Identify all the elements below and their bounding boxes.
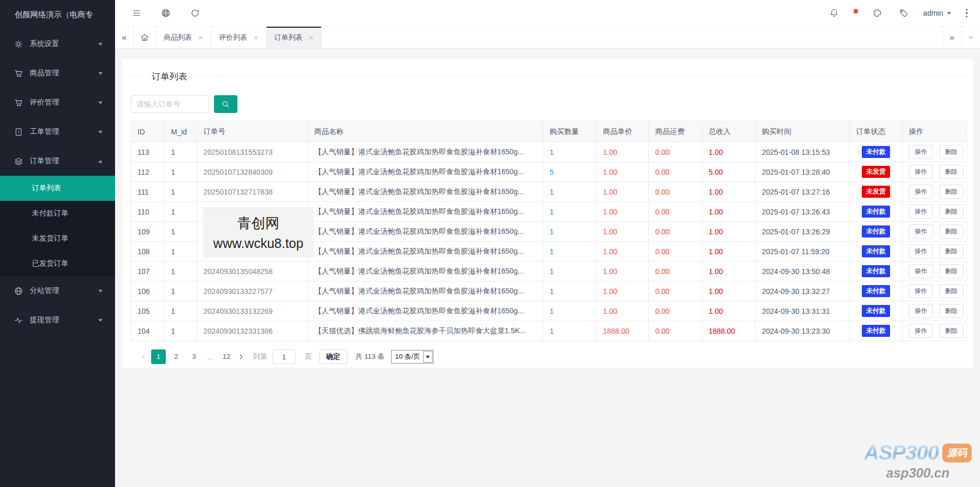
row-delete-button[interactable]: 删除 [939,165,963,179]
page-number-button[interactable]: 3 [187,349,201,364]
row-action-button[interactable]: 操作 [909,145,933,159]
user-menu[interactable]: admin [923,9,951,17]
sidebar-item-workorder-management[interactable]: ? 工单管理 [0,117,115,146]
row-action-button[interactable]: 操作 [909,324,933,338]
row-delete-button[interactable]: 删除 [939,324,963,338]
cell-unit-price: 1.00 [597,202,649,222]
prev-page-button[interactable] [138,349,150,364]
globe-icon [14,287,23,296]
scroll-tabs-right-button[interactable]: » [942,27,961,48]
cell-m-id: 1 [165,321,197,341]
sidebar-subitem-unshipped-orders[interactable]: 未发货订单 [0,226,115,251]
cell-total-income: 1.00 [702,182,756,202]
sidebar-item-review-management[interactable]: 评价管理 [0,88,115,117]
cell-product-name: 【人气销量】港式金汤鲍鱼花胶鸡加热即食鱼胶滋补食材1650g... [308,262,543,281]
scroll-tabs-left-button[interactable]: « [115,27,134,48]
cell-quantity: 1 [543,142,597,162]
close-icon[interactable]: × [254,33,258,41]
chevron-down-icon [98,72,102,75]
row-delete-button[interactable]: 删除 [939,145,963,159]
sidebar-item-order-management[interactable]: 订单管理 [0,146,115,176]
column-header: 总收入 [702,121,756,142]
row-delete-button[interactable]: 删除 [939,224,963,239]
sidebar-subitem-shipped-orders[interactable]: 已发货订单 [0,251,115,276]
cell-order-status: 未付款 [850,222,903,242]
row-action-button[interactable]: 操作 [909,244,933,258]
row-delete-button[interactable]: 删除 [939,304,963,318]
cell-id: 104 [131,321,165,341]
collapse-menu-button[interactable] [130,6,143,20]
confirm-jump-button[interactable]: 确定 [320,349,347,364]
tab-product-list[interactable]: 商品列表 × [156,27,211,48]
cell-order-status: 未付款 [850,242,903,262]
sidebar-item-product-management[interactable]: 商品管理 [0,59,115,88]
next-page-button[interactable] [235,349,247,364]
sidebar: 创颜网络演示（电商专 系统设置 商品管理 评价管理 ? 工单管理 订单管理 订单… [0,0,115,487]
cell-order-no: 20250107132840309 [197,162,308,182]
tab-order-list[interactable]: 订单列表 × [267,27,322,48]
close-icon[interactable]: × [198,33,203,41]
cell-total-income: 5.00 [702,162,756,182]
row-action-button[interactable]: 操作 [909,224,933,239]
cell-purchase-time: 2024-09-30 13:23:30 [756,321,850,341]
order-status-badge: 未付款 [862,245,890,257]
column-header: M_id [165,121,197,142]
page-number-button[interactable]: 2 [169,349,184,364]
sidebar-subitem-order-list[interactable]: 订单列表 [0,176,115,201]
table-row: 106 1 20240930133227577 【人气销量】港式金汤鲍鱼花胶鸡加… [131,281,967,301]
cell-unit-price: 1.00 [597,182,649,202]
watermark-site-name: 青创网 [237,214,280,233]
cell-actions: 操作 删除 [903,202,967,222]
cell-id: 106 [131,281,165,301]
cell-shipping-fee: 0.00 [649,222,702,242]
row-delete-button[interactable]: 删除 [939,284,963,298]
jump-page-input[interactable] [272,349,295,364]
page-number-button[interactable]: 1 [151,349,166,364]
tabs-menu-button[interactable] [961,27,980,48]
order-search-input[interactable] [131,95,209,113]
row-action-button[interactable]: 操作 [909,264,933,278]
cell-actions: 操作 删除 [903,222,967,242]
theme-button[interactable] [871,6,884,20]
more-menu-button[interactable] [964,7,970,20]
cell-order-status: 未付款 [850,281,903,301]
cell-order-no: 20240930133132269 [197,301,308,321]
page-number-button[interactable]: 12 [219,349,234,364]
row-action-button[interactable]: 操作 [909,284,933,298]
column-header: 购买数量 [543,121,597,142]
page-size-select[interactable]: 10 条/页 [391,350,434,364]
cell-total-income: 1.00 [702,301,756,321]
home-tab-button[interactable] [134,27,156,48]
sidebar-item-system-settings[interactable]: 系统设置 [0,29,115,59]
cell-order-status: 未发货 [850,162,903,182]
chevron-down-icon [98,319,102,322]
tag-button[interactable] [897,6,910,20]
tab-review-list[interactable]: 评价列表 × [211,27,267,48]
page-size-value: 10 条/页 [395,352,420,361]
notification-button[interactable] [827,6,841,20]
row-action-button[interactable]: 操作 [909,185,933,199]
gear-icon [14,40,23,49]
row-delete-button[interactable]: 删除 [939,185,963,199]
row-delete-button[interactable]: 删除 [939,244,963,258]
table-row: 111 1 20250107132717838 【人气销量】港式金汤鲍鱼花胶鸡加… [131,182,967,202]
refresh-button[interactable] [188,6,202,20]
sidebar-subitem-unpaid-orders[interactable]: 未付款订单 [0,201,115,226]
app-title: 创颜网络演示（电商专 [0,0,115,29]
sidebar-item-withdrawal-management[interactable]: 提现管理 [0,305,115,335]
column-header: 商品名称 [308,121,543,142]
row-action-button[interactable]: 操作 [909,304,933,318]
row-delete-button[interactable]: 删除 [939,205,963,219]
language-button[interactable] [159,6,173,20]
close-icon[interactable]: × [309,33,314,41]
username: admin [923,9,943,17]
row-action-button[interactable]: 操作 [909,165,933,179]
order-status-badge: 未发货 [862,166,890,178]
tab-label: 评价列表 [219,33,247,42]
cell-m-id: 1 [165,162,197,182]
column-header: 购买时间 [756,121,850,142]
row-action-button[interactable]: 操作 [909,205,933,219]
row-delete-button[interactable]: 删除 [939,264,963,278]
sidebar-item-substation-management[interactable]: 分站管理 [0,276,115,305]
search-button[interactable] [214,95,237,113]
